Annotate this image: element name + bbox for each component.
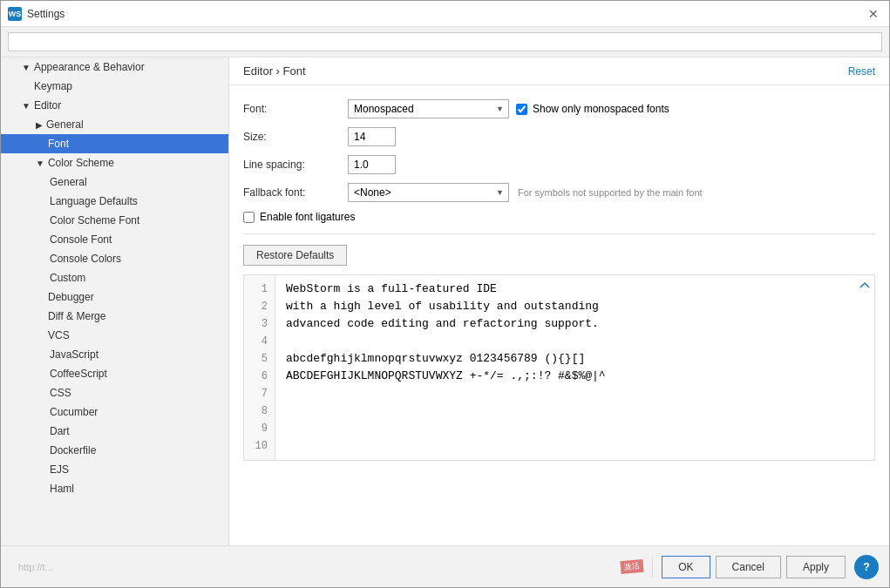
sidebar-item-coffeescript[interactable]: CoffeeScript <box>1 364 228 383</box>
watermark-text: http://t... <box>11 562 615 572</box>
sidebar-item-cs-font[interactable]: Color Scheme Font <box>1 211 228 230</box>
line-spacing-label: Line spacing: <box>243 159 348 171</box>
apply-button[interactable]: Apply <box>786 556 846 578</box>
sidebar-item-custom[interactable]: Custom <box>1 268 228 287</box>
ok-button[interactable]: OK <box>662 556 710 578</box>
size-label: Size: <box>243 131 348 143</box>
sidebar-item-haml[interactable]: Haml <box>1 479 228 498</box>
line-number: 6 <box>251 368 268 385</box>
sidebar-item-label: Keymap <box>34 80 72 92</box>
font-settings-content: Font: Monospaced Courier New Consolas De… <box>229 85 889 545</box>
ligatures-row: Enable font ligatures <box>243 211 875 223</box>
sidebar-item-debugger[interactable]: Debugger <box>1 287 228 307</box>
sidebar-item-label: Console Colors <box>50 253 121 265</box>
font-select-wrapper: Monospaced Courier New Consolas DejaVu S… <box>348 99 509 118</box>
line-number: 8 <box>251 402 268 420</box>
sidebar-item-label: Language Defaults <box>50 195 138 207</box>
code-line: WebStorm is a full-featured IDE <box>286 280 864 298</box>
line-number: 2 <box>251 298 268 315</box>
sidebar-item-vcs[interactable]: VCS <box>1 326 228 345</box>
expand-arrow-icon: ▼ <box>36 159 44 168</box>
split-panel: ▼ Appearance & Behavior Keymap ▼ Editor … <box>1 57 889 545</box>
sidebar-item-label: General <box>46 118 84 131</box>
sidebar-item-font[interactable]: Font <box>1 134 228 153</box>
code-line <box>286 420 864 437</box>
line-number: 7 <box>251 385 268 402</box>
line-numbers: 1 2 3 4 5 6 7 8 9 10 <box>244 275 275 460</box>
sidebar-item-label: Debugger <box>48 291 94 303</box>
sidebar-item-label: CSS <box>50 387 71 399</box>
line-number: 1 <box>251 280 268 298</box>
sidebar-item-javascript[interactable]: JavaScript <box>1 345 228 364</box>
sidebar-item-label: Appearance & Behavior <box>34 61 145 73</box>
sidebar-item-label: EJS <box>50 463 69 476</box>
reset-link[interactable]: Reset <box>848 65 875 78</box>
restore-defaults-button[interactable]: Restore Defaults <box>243 245 347 266</box>
code-line <box>286 437 864 455</box>
settings-detail-panel: Editor › Font Reset Font: Monospaced Cou… <box>229 57 889 545</box>
sidebar-item-console-colors[interactable]: Console Colors <box>1 249 228 268</box>
ligatures-label: Enable font ligatures <box>260 211 355 223</box>
sidebar-item-general[interactable]: ▶ General <box>1 115 228 134</box>
sidebar-item-label: VCS <box>48 329 70 341</box>
show-monospaced-label[interactable]: Show only monospaced fonts <box>516 103 669 115</box>
divider <box>243 233 875 234</box>
dialog-footer: http://t... 激活 OK Cancel Apply ? <box>1 545 889 587</box>
sidebar-item-editor[interactable]: ▼ Editor <box>1 96 228 115</box>
code-line: ABCDEFGHIJKLMNOPQRSTUVWXYZ +-*/= .,;:!? … <box>286 368 864 385</box>
sidebar-item-console-font[interactable]: Console Font <box>1 230 228 249</box>
title-bar: WS Settings ✕ <box>1 1 889 27</box>
sidebar-item-label: General <box>50 176 87 188</box>
fallback-hint: For symbols not supported by the main fo… <box>518 187 703 198</box>
sidebar-item-css[interactable]: CSS <box>1 383 228 402</box>
preview-content: 1 2 3 4 5 6 7 8 9 10 <box>244 275 874 460</box>
sidebar-item-ejs[interactable]: EJS <box>1 460 228 479</box>
show-monospaced-checkbox[interactable] <box>516 104 527 115</box>
search-area <box>1 27 889 57</box>
sidebar-item-dockerfile[interactable]: Dockerfile <box>1 441 228 460</box>
code-line: abcdefghijklmnopqrstuvwxyz 0123456789 ()… <box>286 350 864 368</box>
sidebar-item-appearance[interactable]: ▼ Appearance & Behavior <box>1 57 228 77</box>
sidebar-item-keymap[interactable]: Keymap <box>1 77 228 96</box>
sidebar-item-label: Dart <box>50 425 70 437</box>
sidebar-item-language-defaults[interactable]: Language Defaults <box>1 192 228 211</box>
breadcrumb-part1: Editor <box>243 64 273 78</box>
line-number: 10 <box>251 437 268 455</box>
code-line <box>286 385 864 402</box>
show-monospaced-text: Show only monospaced fonts <box>533 103 669 115</box>
app-icon: WS <box>8 7 22 21</box>
sidebar-item-color-scheme[interactable]: ▼ Color Scheme <box>1 153 228 172</box>
help-button[interactable]: ? <box>854 555 879 579</box>
panel-header: Editor › Font Reset <box>229 57 889 85</box>
sidebar-item-dart[interactable]: Dart <box>1 422 228 441</box>
sidebar-item-diff-merge[interactable]: Diff & Merge <box>1 307 228 326</box>
separator <box>652 557 653 578</box>
settings-tree: ▼ Appearance & Behavior Keymap ▼ Editor … <box>1 57 229 545</box>
ligatures-checkbox[interactable] <box>243 212 255 223</box>
sidebar-item-cucumber[interactable]: Cucumber <box>1 402 228 422</box>
font-select[interactable]: Monospaced Courier New Consolas DejaVu S… <box>348 99 509 118</box>
expand-arrow-icon: ▼ <box>22 101 31 111</box>
sidebar-item-label: CoffeeScript <box>50 368 107 380</box>
close-button[interactable]: ✕ <box>865 5 882 23</box>
sidebar-item-label: Font <box>48 138 69 150</box>
collapse-preview-button[interactable] <box>859 279 871 294</box>
fallback-font-label: Fallback font: <box>243 186 348 199</box>
sidebar-item-label: Custom <box>50 272 85 284</box>
code-line: advanced code editing and refactoring su… <box>286 315 864 333</box>
sidebar-item-label: Color Scheme Font <box>50 214 139 226</box>
fallback-font-select[interactable]: <None> <box>348 183 509 202</box>
expand-arrow-icon: ▶ <box>36 120 43 130</box>
size-row: Size: <box>243 127 875 146</box>
cancel-button[interactable]: Cancel <box>716 556 781 578</box>
main-content: ▼ Appearance & Behavior Keymap ▼ Editor … <box>1 27 889 587</box>
sidebar-item-label: Haml <box>50 483 74 495</box>
size-input[interactable] <box>348 127 396 146</box>
line-spacing-input[interactable] <box>348 155 396 174</box>
sidebar-item-label: Editor <box>34 99 61 112</box>
sidebar-item-cs-general[interactable]: General <box>1 172 228 192</box>
line-number: 5 <box>251 350 268 368</box>
search-input[interactable] <box>8 32 882 51</box>
code-line <box>286 402 864 420</box>
sidebar-item-label: Dockerfile <box>50 444 96 456</box>
